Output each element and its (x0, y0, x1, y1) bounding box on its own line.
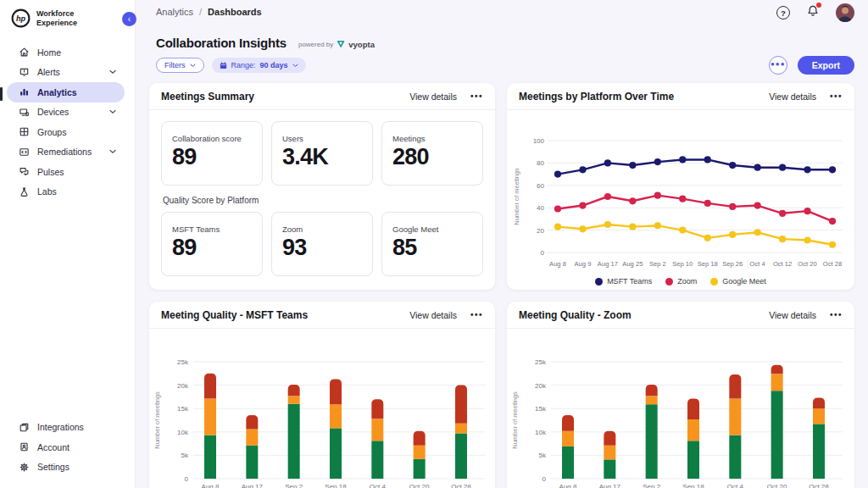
integrations-icon (19, 422, 30, 433)
svg-text:Aug 17: Aug 17 (598, 260, 618, 268)
more-options-button[interactable]: ●●● (769, 56, 787, 75)
page-title: Collaboration Insights (156, 36, 287, 50)
breadcrumb: Analytics / Dashboards (156, 7, 262, 17)
card-menu-icon[interactable]: ••• (470, 310, 483, 319)
sidebar-item-label: Remediations (37, 147, 92, 157)
svg-text:Oct 4: Oct 4 (727, 483, 744, 488)
svg-text:10k: 10k (535, 429, 547, 436)
account-icon (19, 441, 30, 452)
legend-item: Google Meet (710, 277, 766, 286)
card-header: Meeting Quality - Zoom View details ••• (507, 302, 854, 329)
svg-text:5k: 5k (539, 452, 547, 459)
chevron-down-icon (109, 69, 116, 75)
meeting-quality-zoom-card: Meeting Quality - Zoom View details ••• … (507, 302, 854, 488)
svg-text:100: 100 (533, 137, 545, 145)
svg-text:15k: 15k (177, 405, 189, 413)
date-range-button[interactable]: Range: 90 days (212, 58, 306, 73)
meetings-summary-card: Meetings Summary View details ••• Collab… (149, 83, 495, 290)
stat-label: Collaboration score (172, 134, 252, 143)
view-details-link[interactable]: View details (769, 92, 816, 102)
stat-tile-meetings: Meetings 280 (381, 121, 483, 186)
sidebar-item-devices[interactable]: Devices (7, 103, 125, 123)
svg-text:20: 20 (537, 227, 544, 235)
card-menu-icon[interactable]: ••• (830, 92, 843, 101)
svg-text:10k: 10k (177, 429, 189, 436)
view-details-link[interactable]: View details (769, 310, 816, 320)
svg-text:0: 0 (541, 249, 545, 257)
meeting-quality-teams-card: Meeting Quality - MSFT Teams View detail… (149, 302, 495, 488)
avatar-photo (836, 3, 854, 22)
svg-text:Sep 2: Sep 2 (643, 483, 660, 488)
stat-value: 3.4K (282, 144, 362, 170)
filters-button[interactable]: Filters (156, 58, 204, 73)
remediations-icon (19, 147, 30, 158)
card-actions: View details ••• (769, 92, 843, 102)
stat-value: 93 (282, 235, 362, 261)
sidebar-item-remediations[interactable]: Remediations (7, 142, 125, 163)
sidebar-item-settings[interactable]: Settings (7, 458, 125, 478)
card-header: Meeting Quality - MSFT Teams View detail… (149, 302, 495, 329)
card-menu-icon[interactable]: ••• (830, 310, 843, 319)
svg-text:Number of meetings: Number of meetings (153, 391, 161, 449)
view-details-link[interactable]: View details (409, 310, 457, 320)
sidebar-item-groups[interactable]: Groups (7, 122, 125, 142)
legend-dot-icon (710, 278, 718, 286)
sidebar-item-label: Home (37, 47, 61, 58)
stat-label: Users (282, 134, 362, 143)
legend-item: MSFT Teams (595, 277, 652, 286)
svg-text:Oct 20: Oct 20 (409, 483, 430, 488)
sidebar-item-pulses[interactable]: Pulses (7, 162, 125, 182)
notifications-button[interactable] (806, 4, 820, 21)
breadcrumb-analytics[interactable]: Analytics (156, 7, 193, 17)
sidebar-collapse-button[interactable]: ‹ (122, 12, 136, 26)
stat-tile-google-meet: Google Meet 85 (381, 212, 483, 276)
svg-text:Oct 20: Oct 20 (798, 260, 816, 268)
sidebar-item-label: Alerts (37, 67, 60, 77)
pulses-icon (19, 166, 30, 177)
powered-by: powered by vyopta (298, 40, 375, 49)
card-menu-icon[interactable]: ••• (470, 92, 483, 101)
card-title: Meetings Summary (161, 91, 254, 103)
page-title-row: Collaboration Insights powered by vyopta (156, 36, 375, 50)
svg-text:Aug 17: Aug 17 (242, 483, 264, 488)
vyopta-logo-icon (337, 40, 345, 48)
meetings-by-platform-card: Meetings by Platform Over Time View deta… (507, 83, 854, 290)
svg-text:Sep 10: Sep 10 (672, 260, 693, 268)
svg-text:Oct 12: Oct 12 (773, 260, 792, 268)
svg-text:25k: 25k (535, 358, 547, 366)
help-icon[interactable]: ? (776, 6, 790, 19)
export-button[interactable]: Export (798, 56, 854, 75)
sidebar-item-account[interactable]: Account (7, 437, 125, 458)
home-icon (19, 47, 30, 58)
sidebar-item-label: Integrations (37, 422, 84, 432)
settings-icon (19, 462, 30, 473)
platform-tiles: MSFT Teams 89 Zoom 93 Google Meet 85 (161, 212, 483, 276)
card-actions: View details ••• (409, 310, 483, 320)
avatar[interactable] (836, 3, 854, 22)
stat-tile-users: Users 3.4K (271, 121, 373, 186)
summary-tiles: Collaboration score 89 Users 3.4K Meetin… (161, 121, 483, 186)
section-label: Quality Score by Platform (163, 196, 483, 205)
chevron-down-icon (109, 149, 116, 154)
stat-value: 85 (392, 235, 472, 261)
sidebar-item-integrations[interactable]: Integrations (7, 418, 125, 438)
svg-text:20k: 20k (177, 382, 189, 390)
svg-text:Oct 20: Oct 20 (767, 483, 787, 488)
svg-text:Sep 18: Sep 18 (698, 260, 718, 268)
legend-dot-icon (595, 278, 603, 286)
svg-text:15k: 15k (535, 405, 547, 413)
view-details-link[interactable]: View details (409, 92, 457, 102)
svg-text:Aug 17: Aug 17 (599, 483, 621, 488)
svg-text:Aug 8: Aug 8 (559, 483, 577, 488)
sidebar-item-home[interactable]: Home (7, 42, 125, 63)
sidebar-item-alerts[interactable]: Alerts (7, 63, 125, 83)
sidebar-item-label: Analytics (37, 87, 77, 97)
calendar-icon (220, 62, 227, 69)
sidebar-item-labs[interactable]: Labs (7, 182, 125, 202)
chevron-down-icon (190, 64, 196, 68)
stat-label: MSFT Teams (172, 225, 252, 234)
sidebar-item-analytics[interactable]: Analytics (7, 82, 125, 103)
card-title: Meeting Quality - MSFT Teams (161, 309, 308, 321)
svg-text:40: 40 (537, 204, 544, 212)
svg-text:hp: hp (16, 14, 26, 23)
